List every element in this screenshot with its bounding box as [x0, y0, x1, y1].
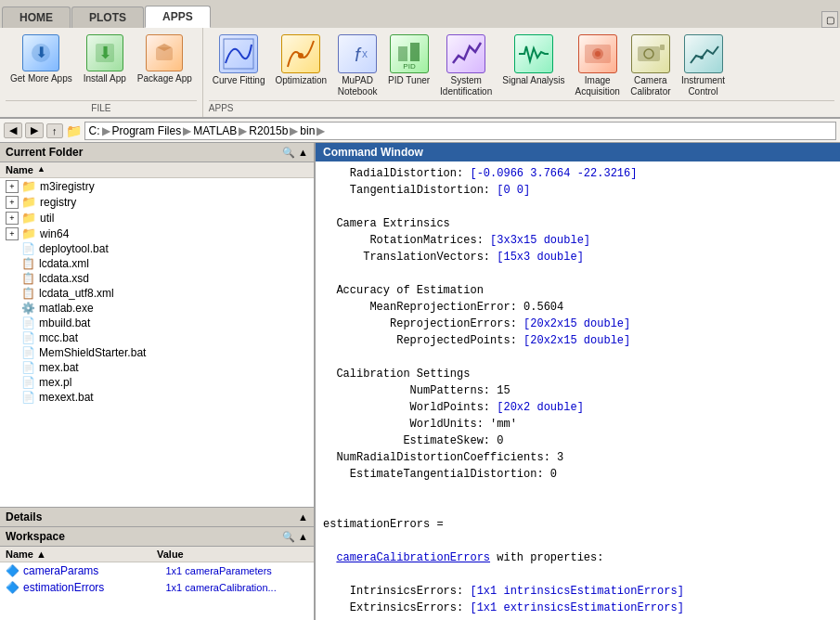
cmd-line: TangentialDistortion: [0 0]: [323, 182, 833, 199]
folder-expander[interactable]: +: [6, 196, 19, 209]
list-item[interactable]: + 📁 registry: [0, 194, 314, 210]
workspace-item-value2: 1x1 cameraCalibration...: [166, 582, 309, 593]
file-group-label: FILE: [6, 100, 197, 113]
sort-indicator: ▲: [37, 164, 45, 175]
workspace-header: Workspace 🔍 ▲: [0, 527, 314, 547]
folder-search-icon[interactable]: 🔍: [282, 147, 295, 159]
file-icon-bat2: 📄: [21, 316, 35, 329]
cmd-line: WorldUnits: 'mm': [323, 416, 833, 433]
system-identification-label: SystemIdentification: [440, 75, 492, 97]
cmd-line: [323, 199, 833, 215]
get-more-apps-button[interactable]: ⬇ Get More Apps: [6, 32, 77, 87]
folder-expander[interactable]: +: [6, 227, 19, 240]
list-item[interactable]: 📄 mcc.bat: [0, 330, 314, 345]
file-icon-bat6: 📄: [21, 391, 35, 404]
optimization-button[interactable]: Optimization: [271, 32, 330, 89]
folder-icon-item: 📁: [21, 211, 36, 225]
command-window-body[interactable]: RadialDistortion: [-0.0966 3.7664 -22.32…: [316, 161, 840, 620]
file-icon-xml2: 📋: [21, 287, 35, 300]
system-identification-button[interactable]: SystemIdentification: [436, 32, 496, 100]
list-item[interactable]: 📋 lcdata_utf8.xml: [0, 286, 314, 301]
cmd-line: estimationErrors =: [323, 516, 833, 533]
svg-point-15: [595, 51, 601, 57]
list-item[interactable]: ⚙️ matlab.exe: [0, 301, 314, 316]
package-app-label: Package App: [137, 73, 192, 84]
minimize-btn[interactable]: ▢: [821, 11, 838, 28]
signal-analysis-label: Signal Analysis: [502, 75, 564, 86]
cmd-line: TranslationVectors: [15x3 double]: [323, 249, 833, 265]
nav-forward-btn[interactable]: ▶: [25, 123, 44, 138]
workspace-item[interactable]: 🔷 estimationErrors 1x1 cameraCalibration…: [0, 579, 314, 596]
list-item[interactable]: 📄 deploytool.bat: [0, 241, 314, 256]
file-list-header[interactable]: Name ▲: [0, 162, 314, 178]
cmd-line: [323, 533, 833, 549]
list-item[interactable]: 📄 mexext.bat: [0, 390, 314, 405]
folder-expander[interactable]: +: [6, 180, 19, 193]
cmd-line: [323, 483, 833, 499]
cmd-line: IntrinsicsErrors: [1x1 intrinsicsEstimat…: [323, 583, 833, 600]
folder-expander[interactable]: +: [6, 212, 19, 225]
list-item[interactable]: 📄 mbuild.bat: [0, 316, 314, 330]
address-path[interactable]: C: ▶ Program Files ▶ MATLAB ▶ R2015b ▶ b…: [84, 122, 837, 140]
camera-calibrator-icon: [631, 34, 670, 73]
cmd-line: ReprojectedPoints: [20x2x15 double]: [323, 332, 833, 349]
cmd-line: RadialDistortion: [-0.0966 3.7664 -22.32…: [323, 165, 833, 182]
nav-up-btn[interactable]: ↑: [46, 123, 63, 138]
svg-rect-10: [398, 46, 407, 61]
list-item[interactable]: + 📁 win64: [0, 226, 314, 241]
cmd-line: Calibration Settings: [323, 366, 833, 382]
workspace-search-icon[interactable]: 🔍: [282, 531, 295, 543]
svg-text:x: x: [362, 47, 368, 60]
curve-fitting-button[interactable]: Curve Fitting: [209, 32, 269, 89]
workspace-item[interactable]: 🔷 cameraParams 1x1 cameraParameters: [0, 562, 314, 579]
workspace-table-header: Name ▲ Value: [0, 547, 314, 562]
instrument-control-button[interactable]: InstrumentControl: [678, 32, 729, 100]
mupad-button[interactable]: fx MuPADNotebook: [333, 32, 381, 100]
install-app-label: Install App: [84, 73, 126, 84]
package-app-icon: [146, 34, 183, 71]
list-item[interactable]: 📄 mex.bat: [0, 360, 314, 375]
get-more-apps-label: Get More Apps: [10, 73, 72, 84]
mupad-label: MuPADNotebook: [338, 75, 378, 97]
optimization-label: Optimization: [275, 75, 327, 86]
cmd-line: RotationMatrices: [3x3x15 double]: [323, 232, 833, 249]
svg-rect-11: [410, 43, 420, 61]
pid-tuner-button[interactable]: PID PID Tuner: [384, 32, 433, 89]
current-folder-controls: 🔍 ▲: [282, 147, 308, 159]
list-item[interactable]: 📋 lcdata.xsd: [0, 271, 314, 286]
signal-analysis-icon: [514, 34, 553, 73]
cmd-line: EstimateTangentialDistortion: 0: [323, 466, 833, 483]
tab-apps[interactable]: APPS: [145, 6, 211, 28]
list-item[interactable]: 📄 MemShieldStarter.bat: [0, 345, 314, 360]
list-item[interactable]: + 📁 util: [0, 210, 314, 226]
instrument-control-icon: [684, 34, 723, 73]
list-item[interactable]: + 📁 m3iregistry: [0, 178, 314, 194]
cmd-line: [323, 265, 833, 282]
folder-expand-icon[interactable]: ▲: [298, 147, 308, 159]
pid-tuner-icon: PID: [390, 34, 429, 73]
workspace-item-icon2: 🔷: [6, 581, 19, 594]
list-item[interactable]: 📋 lcdata.xml: [0, 256, 314, 271]
list-item[interactable]: 📄 mex.pl: [0, 375, 314, 390]
pid-tuner-label: PID Tuner: [388, 75, 430, 86]
image-acquisition-button[interactable]: ImageAcquisition: [572, 32, 624, 100]
package-app-button[interactable]: Package App: [133, 32, 197, 87]
cmd-line: cameraCalibrationErrors with properties:: [323, 549, 833, 566]
file-icon-bat5: 📄: [21, 361, 35, 374]
install-app-button[interactable]: ⬇ Install App: [79, 32, 131, 87]
cmd-line: [323, 566, 833, 583]
file-icon-bat: 📄: [21, 242, 35, 255]
file-icon-bat4: 📄: [21, 346, 35, 359]
signal-analysis-button[interactable]: Signal Analysis: [498, 32, 568, 89]
tab-plots[interactable]: PLOTS: [71, 6, 144, 28]
workspace-expand-icon[interactable]: ▲: [298, 531, 308, 543]
camera-calibration-errors-link[interactable]: cameraCalibrationErrors: [336, 551, 490, 564]
file-icon-xml: 📋: [21, 257, 35, 270]
details-expand-icon[interactable]: ▲: [298, 511, 308, 523]
camera-calibrator-button[interactable]: CameraCalibrator: [627, 32, 675, 100]
details-header: Details ▲: [0, 507, 314, 527]
folder-icon-item: 📁: [21, 179, 36, 193]
nav-back-btn[interactable]: ◀: [4, 123, 22, 138]
tab-home[interactable]: HOME: [2, 6, 71, 28]
cmd-line: Camera Extrinsics: [323, 215, 833, 232]
